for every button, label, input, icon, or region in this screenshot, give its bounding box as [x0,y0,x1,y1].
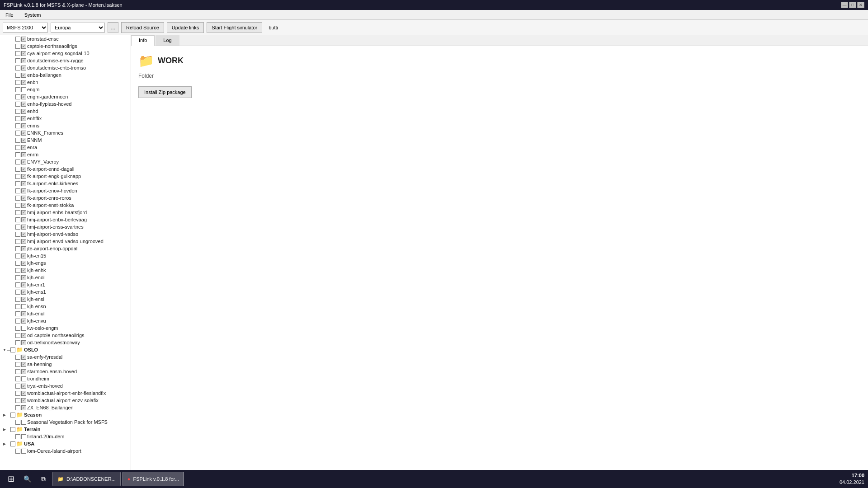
tree-item[interactable]: ▼📁OSLO [0,346,131,353]
checkbox-inner[interactable] [21,297,26,302]
checkbox-outer[interactable] [15,66,20,70]
checkbox-outer[interactable] [15,94,20,99]
checkbox-outer[interactable] [15,102,20,107]
checkbox-inner[interactable] [21,326,26,331]
checkbox-inner[interactable] [21,391,26,396]
checkbox-outer[interactable] [15,333,20,338]
tree-item[interactable]: hmj-airport-enbs-baatsfjord [0,209,131,216]
tree-item[interactable]: enha-flyplass-hoved [0,100,131,108]
start-button[interactable]: ⊞ [4,472,18,486]
checkbox-outer[interactable] [15,304,20,309]
task-view-button[interactable]: ⧉ [36,472,51,486]
tree-item[interactable]: wombiactual-airport-enbr-fleslandfix [0,389,131,397]
checkbox-inner[interactable] [21,167,26,172]
tree-item[interactable]: engm [0,86,131,93]
tree-item[interactable]: ▶📁Terrain [0,426,131,433]
tree-item[interactable]: enra [0,144,131,151]
expand-icon[interactable]: ▶ [2,412,7,418]
checkbox-outer[interactable] [15,167,20,172]
start-flight-simulator-button[interactable]: Start Flight simulator [207,22,262,33]
checkbox-outer[interactable] [15,246,20,251]
checkbox-inner[interactable] [21,51,26,56]
search-button[interactable]: 🔍 [20,472,34,486]
checkbox-outer[interactable] [15,282,20,287]
checkbox-inner[interactable] [21,434,26,439]
checkbox-inner[interactable] [21,449,26,454]
checkbox-inner[interactable] [21,188,26,193]
checkbox-inner[interactable] [21,123,26,128]
checkbox-inner[interactable] [21,109,26,114]
tree-item[interactable]: cya-airport-ensg-sogndal-10 [0,50,131,57]
checkbox-inner[interactable] [21,239,26,244]
checkbox-outer[interactable] [15,434,20,439]
tree-item[interactable]: bronstad-ensc [0,35,131,42]
install-zip-button[interactable]: Install Zip package [138,86,192,98]
expand-icon[interactable]: ▶ [2,441,7,446]
tree-item[interactable]: kjh-engs [0,259,131,267]
tree-item[interactable]: od-trefixnortwestnorway [0,339,131,346]
checkbox-outer[interactable] [15,290,20,295]
tree-item[interactable]: ZX_EN68_Ballangen [0,404,131,411]
tree-item[interactable]: ENNM [0,136,131,144]
checkbox-outer[interactable] [15,73,20,78]
tree-item[interactable]: kjh-ensn [0,303,131,310]
checkbox-outer[interactable] [15,80,20,85]
checkbox-outer[interactable] [15,131,20,136]
checkbox-outer[interactable] [15,319,20,324]
tree-item[interactable]: starmoen-ensm-hoved [0,368,131,375]
tree-item[interactable]: hmj-airport-enbv-berlevaag [0,216,131,223]
checkbox-inner[interactable] [21,319,26,324]
checkbox-inner[interactable] [21,203,26,208]
tab-info[interactable]: Info [131,35,155,46]
checkbox-inner[interactable] [21,225,26,230]
tree-item[interactable]: od-captole-northseaoilrigs [0,332,131,339]
checkbox-inner[interactable] [21,282,26,287]
checkbox-inner[interactable] [21,290,26,295]
checkbox-outer[interactable] [8,347,9,352]
checkbox-inner[interactable] [21,181,26,186]
checkbox-outer[interactable] [8,441,9,446]
tree-item[interactable]: kjh-enr1 [0,281,131,288]
region-select[interactable]: Europa [51,23,105,33]
checkbox-inner[interactable] [21,102,26,107]
tree-item[interactable]: hmj-airport-envd-vadso-ungrooved [0,238,131,245]
tree-item[interactable]: enhd [0,108,131,115]
checkbox-inner[interactable] [21,304,26,309]
checkbox-inner[interactable] [21,311,26,316]
tree-item[interactable]: sa-henning [0,361,131,368]
checkbox-inner[interactable] [21,217,26,222]
tree-item[interactable]: lom-Ourea-Island-airport [0,447,131,455]
checkbox-outer[interactable] [15,58,20,63]
checkbox-outer[interactable] [15,398,20,403]
tree-item[interactable]: engm-gardermoen [0,93,131,100]
checkbox-outer[interactable] [15,51,20,56]
tree-item[interactable]: fk-airport-enst-stokka [0,202,131,209]
checkbox-inner[interactable] [21,94,26,99]
checkbox-inner[interactable] [21,80,26,85]
folder-checkbox[interactable] [10,347,15,352]
checkbox-inner[interactable] [21,369,26,374]
checkbox-inner[interactable] [21,384,26,389]
tree-item[interactable]: tryal-ents-hoved [0,382,131,389]
checkbox-outer[interactable] [15,145,20,150]
tree-item[interactable]: fk-airport-enro-roros [0,194,131,202]
tree-item[interactable]: ▶📁USA [0,440,131,447]
checkbox-outer[interactable] [15,275,20,280]
checkbox-inner[interactable] [21,268,26,273]
checkbox-inner[interactable] [21,152,26,157]
tree-item[interactable]: kjh-envu [0,317,131,324]
checkbox-outer[interactable] [15,369,20,374]
checkbox-inner[interactable] [21,66,26,70]
dots-button[interactable]: ... [108,22,118,33]
tree-item[interactable]: Seasonal Vegetation Pack for MSFS [0,418,131,426]
tree-item[interactable]: kjh-enul [0,310,131,317]
tree-item[interactable]: hmj-airport-envd-vadso [0,230,131,238]
checkbox-outer[interactable] [8,427,9,432]
checkbox-outer[interactable] [15,405,20,410]
checkbox-outer[interactable] [15,174,20,179]
checkbox-inner[interactable] [21,58,26,63]
checkbox-outer[interactable] [15,196,20,201]
checkbox-outer[interactable] [15,188,20,193]
checkbox-inner[interactable] [21,37,26,42]
tree-item[interactable]: enrm [0,151,131,158]
